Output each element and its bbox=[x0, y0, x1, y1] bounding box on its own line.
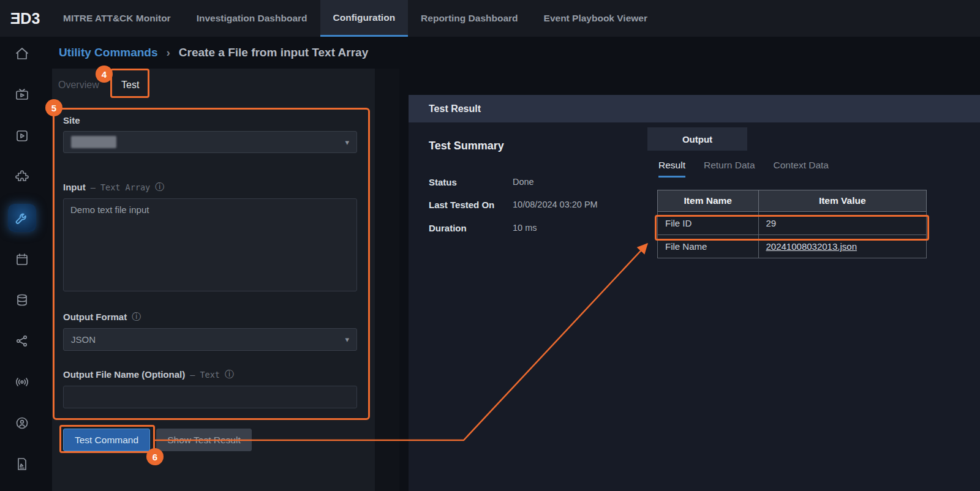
share-nodes-icon[interactable] bbox=[13, 332, 31, 350]
output-format-label-text: Output Format bbox=[63, 312, 127, 322]
broadcast-icon[interactable] bbox=[13, 373, 31, 391]
tab-test[interactable]: Test bbox=[121, 80, 139, 91]
site-label: Site bbox=[63, 115, 80, 126]
duration-label: Duration bbox=[429, 223, 513, 233]
input-label: Input – Text Array ⓘ bbox=[63, 181, 164, 193]
output-file-name-label: Output File Name (Optional) – Text ⓘ bbox=[63, 369, 234, 380]
left-sidebar bbox=[0, 37, 44, 491]
file-name-link[interactable]: 20241008032013.json bbox=[766, 241, 857, 252]
result-table: Item Name Item Value File ID 29 File Nam… bbox=[657, 190, 927, 258]
table-row-file-name: File Name 20241008032013.json bbox=[658, 235, 927, 258]
site-label-text: Site bbox=[63, 115, 80, 126]
test-command-button[interactable]: Test Command bbox=[63, 429, 150, 451]
table-row-file-id: File ID 29 bbox=[658, 212, 927, 235]
subtab-result[interactable]: Result bbox=[658, 160, 685, 178]
duration-value: 10 ms bbox=[513, 223, 537, 233]
chevron-down-icon: ▾ bbox=[345, 138, 349, 147]
nav-item-reporting-dashboard[interactable]: Reporting Dashboard bbox=[408, 0, 530, 37]
input-type-hint: – Text Array bbox=[91, 182, 151, 192]
user-globe-icon[interactable] bbox=[13, 414, 31, 432]
subtab-context-data[interactable]: Context Data bbox=[774, 160, 829, 178]
status-value: Done bbox=[513, 177, 534, 187]
output-file-name-label-text: Output File Name (Optional) bbox=[63, 369, 185, 380]
test-result-title: Test Result bbox=[429, 103, 481, 114]
calendar-icon[interactable] bbox=[13, 250, 31, 268]
output-format-select[interactable]: JSON ▾ bbox=[63, 328, 357, 351]
last-tested-label: Last Tested On bbox=[429, 200, 513, 210]
info-icon[interactable]: ⓘ bbox=[155, 181, 164, 193]
file-id-name-cell: File ID bbox=[658, 212, 759, 235]
file-name-value-cell: 20241008032013.json bbox=[758, 235, 927, 258]
test-result-header: Test Result bbox=[409, 95, 980, 122]
breadcrumb: Utility Commands › Create a File from in… bbox=[44, 37, 980, 69]
output-subtabs: Result Return Data Context Data bbox=[658, 160, 829, 178]
command-test-panel: Overview Test Site ▾ Input – Text Array … bbox=[52, 69, 375, 491]
nav-item-investigation-dashboard[interactable]: Investigation Dashboard bbox=[184, 0, 320, 37]
tab-overview[interactable]: Overview bbox=[58, 80, 99, 91]
test-result-panel: Test Result Test Summary Status Done Las… bbox=[409, 95, 980, 491]
summary-row-last-tested: Last Tested On 10/08/2024 03:20 PM bbox=[429, 200, 637, 210]
output-file-type-hint: – Text bbox=[190, 370, 220, 380]
d3-logo[interactable]: ƎD3 bbox=[0, 0, 50, 37]
info-icon[interactable]: ⓘ bbox=[132, 311, 141, 323]
panel-divider bbox=[375, 69, 399, 491]
puzzle-icon[interactable] bbox=[13, 168, 31, 186]
summary-row-status: Status Done bbox=[429, 177, 637, 187]
document-sign-icon[interactable] bbox=[13, 455, 31, 473]
tab-output[interactable]: Output bbox=[647, 127, 747, 151]
input-label-text: Input bbox=[63, 182, 86, 192]
nav-item-mitre-attck-monitor[interactable]: MITRE ATT&CK Monitor bbox=[50, 0, 184, 37]
result-table-header-row: Item Name Item Value bbox=[658, 190, 927, 212]
file-name-name-cell: File Name bbox=[658, 235, 759, 258]
monitor-play-icon[interactable] bbox=[13, 86, 31, 103]
site-select[interactable]: ▾ bbox=[63, 131, 357, 153]
subtab-return-data[interactable]: Return Data bbox=[704, 160, 755, 178]
page-title: Create a File from input Text Array bbox=[179, 46, 368, 59]
file-id-value-cell: 29 bbox=[758, 212, 927, 235]
site-value-redacted bbox=[71, 136, 116, 148]
item-name-header: Item Name bbox=[658, 190, 759, 212]
output-file-name-input[interactable] bbox=[63, 386, 357, 408]
item-value-header: Item Value bbox=[758, 190, 927, 212]
output-format-label: Output Format ⓘ bbox=[63, 311, 141, 323]
chevron-down-icon: ▾ bbox=[345, 335, 349, 344]
status-label: Status bbox=[429, 177, 513, 187]
top-navbar: ƎD3 MITRE ATT&CK Monitor Investigation D… bbox=[0, 0, 980, 37]
show-test-result-button[interactable]: Show Test Result bbox=[156, 429, 252, 451]
breadcrumb-separator: › bbox=[167, 46, 170, 59]
output-format-value: JSON bbox=[71, 334, 96, 345]
video-file-icon[interactable] bbox=[13, 127, 31, 144]
last-tested-value: 10/08/2024 03:20 PM bbox=[513, 200, 598, 210]
nav-item-event-playbook-viewer[interactable]: Event Playbook Viewer bbox=[531, 0, 660, 37]
wrench-icon[interactable] bbox=[8, 204, 36, 232]
app-screen: ƎD3 MITRE ATT&CK Monitor Investigation D… bbox=[0, 0, 980, 491]
database-icon[interactable] bbox=[13, 291, 31, 309]
nav-item-configuration[interactable]: Configuration bbox=[320, 0, 409, 37]
home-icon[interactable] bbox=[13, 45, 31, 62]
test-summary-title: Test Summary bbox=[429, 140, 504, 152]
breadcrumb-utility-commands[interactable]: Utility Commands bbox=[59, 46, 158, 59]
summary-row-duration: Duration 10 ms bbox=[429, 223, 637, 233]
info-icon[interactable]: ⓘ bbox=[225, 369, 234, 380]
input-textarea[interactable]: Demo text file input bbox=[63, 198, 357, 291]
